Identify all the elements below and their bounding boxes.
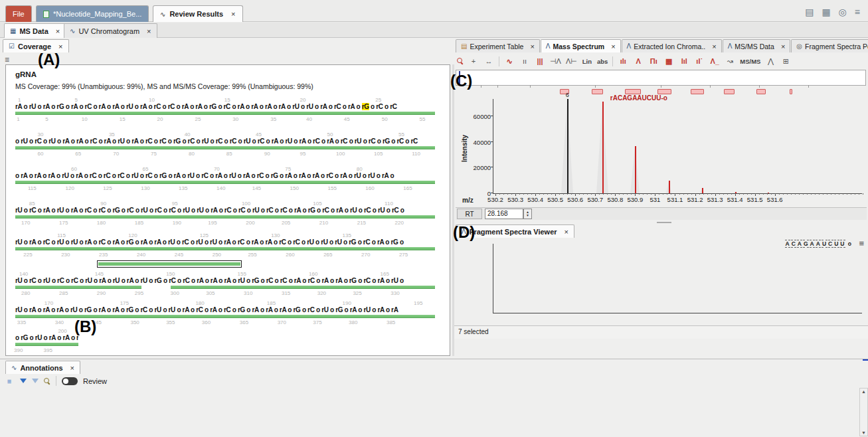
range-left-icon[interactable]: ⊣Λ [550,56,561,66]
rt-value-input[interactable]: 28.168 [485,209,523,219]
annotate-icon[interactable]: ▦ [663,56,674,66]
scroll-up-icon[interactable]: ▲ [860,389,867,394]
horizontal-splitter[interactable] [454,221,868,224]
area-icon[interactable]: Λ_ [709,56,720,66]
crosshair-icon[interactable]: + [468,56,479,66]
filter-icon[interactable] [20,379,27,383]
y-axis-tick-label: 20000 [474,164,493,171]
ruler-bottom: 280285290295300305310315320325330 [15,290,435,296]
menu-icon[interactable]: ≡ [855,7,860,17]
review-toggle[interactable] [62,377,78,385]
ruler-number: 10 [149,97,155,103]
msms-icon[interactable]: MS/MS [740,56,760,66]
lin-button[interactable]: Lin [582,56,592,66]
close-icon[interactable]: × [70,364,74,372]
ruler-number: 195 [414,300,422,306]
fragment-spectrum-plot[interactable] [493,244,862,313]
close-icon[interactable]: × [530,43,534,50]
mass-spectrum-plot[interactable]: 0200004000060000530.2530.3530.4530.5530.… [493,99,862,194]
selected-row-indicator [863,359,868,361]
review-results-tab[interactable]: ∿ Review Results × [153,5,243,22]
x-axis-minor-tick [787,193,788,195]
tab-fragment-spectra-pea-[interactable]: ◎Fragment Spectra Pea..× [791,39,868,52]
y-axis-tick-label: 60000 [474,113,493,120]
sequence-row: 1510152025rA o rU o rA o rG o rA o rC o … [15,97,435,122]
peaks-icon[interactable]: ılı [618,56,628,66]
close-icon[interactable]: × [611,43,615,50]
coverage-bar-segment [15,112,435,115]
abs-button[interactable]: abs [597,56,608,66]
ruler-number: 305 [206,290,215,296]
coverage-menu-icon[interactable]: ≡ [5,55,9,64]
tab-uv-chromatogram[interactable]: ∿ UV Chromatogram × [64,23,157,38]
close-icon[interactable]: × [56,27,60,35]
file-menu-tab[interactable]: File [5,5,32,22]
sequence-text: rU o rA o rC o rU o rU o rA o rC o rA o … [15,238,435,246]
rt-spinner[interactable]: ▲▼ [523,209,532,219]
tab-mass-spectrum[interactable]: ΛMass Spectrum× [541,39,621,52]
signals-icon[interactable]: ||| [535,56,545,66]
ruler-number: 285 [59,290,68,296]
spectrum-peak [567,99,568,193]
grow-icon[interactable]: ıl˙ [694,56,705,66]
selected-region-box[interactable] [97,260,242,268]
range-right-icon[interactable]: Λ⊢ [566,56,577,66]
tile-icon[interactable]: ⊞ [780,56,791,66]
spectrum-overview-strip[interactable] [456,70,866,86]
scroll-down-icon[interactable]: ▼ [860,430,867,435]
ruler-number: 240 [137,252,145,258]
x-axis-minor-tick [863,193,863,195]
help-icon[interactable]: ◎ [839,7,847,17]
smooth-icon[interactable]: ↝ [725,56,735,66]
close-icon[interactable]: × [564,228,568,236]
sequence-rows: 1510152025rA o rU o rA o rG o rA o rC o … [15,97,435,354]
ruler-number: 200 [246,220,254,226]
sequence-segment: o rU o rC o rU o rA o rA o rC o rA o rU … [15,137,418,145]
filter-outline-icon[interactable] [32,379,39,383]
list-menu-icon[interactable]: ≡ [4,376,15,387]
tab-extracted-ion-chroma-[interactable]: ΛExtracted Ion Chroma..× [622,39,722,52]
tab-annotations[interactable]: ∿ Annotations × [5,361,80,374]
search-icon[interactable] [44,378,50,385]
spectrum-icon[interactable]: Λ [633,56,644,66]
zoom-x-icon[interactable]: ↔ [483,56,494,66]
annotations-scrollbar[interactable]: ▲ ▼ [859,388,868,436]
zoom-icon[interactable] [457,58,464,64]
ruler-number: 165 [403,185,412,191]
ruler-number: 45 [256,131,262,137]
fragment-spectrum-chart[interactable] [454,237,867,337]
peak-shape-icon[interactable]: ⋀ [765,56,776,66]
ruler-number: 360 [202,319,211,325]
ruler-number: 190 [173,220,181,226]
ruler-number: 190 [343,300,351,306]
close-icon[interactable]: × [58,43,62,50]
sticks-icon[interactable]: lıl [679,56,689,66]
x-axis-tick-label: 531.6 [767,196,783,203]
tab-ms-data[interactable]: ▦ MS Data × [4,23,66,38]
ruler-number: 30 [37,131,43,137]
centroid-icon[interactable]: ıı [519,56,530,66]
close-icon[interactable]: × [712,43,716,50]
document-tab[interactable]: *Nucleotide_Mapping_Be... [36,5,149,22]
x-axis-minor-tick [831,193,831,195]
overview-tick [595,85,596,88]
database-icon[interactable]: ▦ [822,7,830,17]
x-axis-minor-tick [715,193,716,195]
review-toggle-label: Review [83,377,107,385]
close-icon[interactable]: × [147,27,151,35]
ruler-number: 145 [252,185,261,191]
x-axis-minor-tick [531,193,532,195]
tab-experiment-table[interactable]: ▤Experiment Table× [456,39,540,52]
ruler-number: 265 [323,252,332,258]
review-results-label: Review Results [169,10,223,18]
coverage-bar-segment [15,286,141,289]
profile-icon[interactable]: ∿ [504,56,515,66]
annotations-icon: ∿ [11,364,17,371]
layout-icon[interactable]: ▤ [805,7,814,17]
mass-spectrum-chart[interactable]: 0200004000060000530.2530.3530.4530.5530.… [454,99,867,207]
ruler-number: 295 [135,290,143,296]
labels-icon[interactable]: Πı [648,56,659,66]
close-icon[interactable]: × [781,43,785,50]
close-icon[interactable]: × [231,10,235,18]
tab-ms-ms-data[interactable]: ΛMS/MS Data× [723,39,791,52]
